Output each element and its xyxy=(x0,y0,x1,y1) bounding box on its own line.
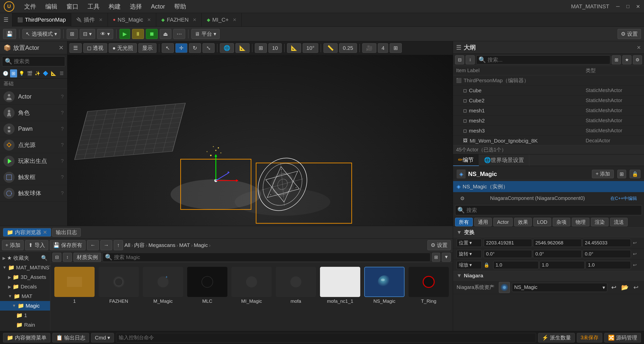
details-tab-world[interactable]: 🌐 世界场景设置 xyxy=(479,154,529,166)
actor-item-pawn[interactable]: Pawn ? xyxy=(0,121,67,137)
bc-magic[interactable]: Magic xyxy=(194,242,208,248)
col-item-label[interactable]: Item Label xyxy=(456,68,586,73)
asset-item-nsmagic[interactable]: NS_Magic xyxy=(364,267,405,304)
actor-item-triggerbox[interactable]: 触发框 ? xyxy=(0,169,67,185)
add-component-button[interactable]: + 添加 xyxy=(592,170,614,178)
tree-item-rain[interactable]: 📁 Rain xyxy=(0,320,50,330)
add-asset-button[interactable]: + 添加 xyxy=(2,240,24,250)
list-item[interactable]: ◻ Cube2 StaticMeshActor xyxy=(453,96,644,106)
close-button[interactable]: ✕ xyxy=(634,3,641,10)
tab-fazhen[interactable]: ◆ FAZHEN ✕ xyxy=(156,13,202,27)
tab-volumes[interactable]: 📐 xyxy=(50,69,57,77)
location-reset[interactable]: ↩ xyxy=(633,240,640,246)
asset-item[interactable]: FAZHEN xyxy=(99,267,139,304)
console-input[interactable] xyxy=(119,335,533,340)
instance-bar[interactable]: ◈ NS_Magic（实例） xyxy=(453,181,644,192)
filter-streaming[interactable]: 流送 xyxy=(610,218,628,226)
angle-size[interactable]: 10° xyxy=(303,43,318,53)
perspective-button[interactable]: ◻ 透视 xyxy=(83,43,107,53)
menu-file[interactable]: 文件 xyxy=(20,1,41,12)
rotation-z[interactable]: 0.0° xyxy=(583,250,631,258)
show-button[interactable]: 显示 xyxy=(138,43,156,53)
history-up[interactable]: ↑ xyxy=(114,240,123,250)
pause-button[interactable]: ⏸ xyxy=(132,29,144,39)
location-y[interactable]: 2546.962068 xyxy=(533,239,581,247)
rotation-x[interactable]: 0.0° xyxy=(484,250,532,258)
expand-button[interactable]: ⊞ xyxy=(617,170,626,178)
tab-fazhen-close[interactable]: ✕ xyxy=(193,17,196,23)
rotation-dropdown[interactable]: 旋转 ▾ xyxy=(457,250,482,258)
filter-general[interactable]: 通用 xyxy=(474,218,492,226)
list-item[interactable]: ◻ Cube StaticMeshActor xyxy=(453,85,644,96)
angle-snap[interactable]: 📐 xyxy=(287,43,301,53)
niagara-refresh-btn[interactable]: ↩ xyxy=(609,283,618,292)
content-sidebar-button[interactable]: 📁 内容侧滑菜单 xyxy=(3,333,50,342)
tab-shapes[interactable]: 🔷 xyxy=(42,69,49,77)
camera-speed[interactable]: 4 xyxy=(378,43,388,53)
tab-plugin[interactable]: 🔌 插件 ✕ xyxy=(71,13,108,27)
outliner-star-btn[interactable]: ★ xyxy=(622,55,631,64)
sort-btn[interactable]: ↕ xyxy=(63,253,72,262)
surface-snapping[interactable]: 📐 xyxy=(235,43,250,53)
scale-x[interactable]: 1.0 xyxy=(493,261,539,269)
platform-button[interactable]: 🖥 平台 ▾ xyxy=(191,29,220,39)
stop-button[interactable]: ⏹ xyxy=(146,29,158,39)
tab-mic-close[interactable]: ✕ xyxy=(233,17,236,23)
asset-item[interactable]: mofa_nc1_1 xyxy=(320,267,360,304)
tree-item-decals[interactable]: ▶ 📁 Decals xyxy=(0,282,50,291)
tab-all[interactable]: ☰ xyxy=(58,69,65,77)
transform-section-header[interactable]: ▼ 变换 xyxy=(453,227,644,237)
content-browser-tab[interactable]: 📁 内容浏览器 ✕ xyxy=(3,228,51,237)
menu-actor[interactable]: Actor xyxy=(146,2,170,12)
niagara-browse-btn[interactable]: 📂 xyxy=(620,283,629,292)
sidebar-toggle[interactable]: ☰ xyxy=(0,13,12,27)
content-settings-button[interactable]: ⚙ 设置 xyxy=(427,240,451,250)
world-local-toggle[interactable]: 🌐 xyxy=(220,43,234,53)
list-item[interactable]: ◻ mesh1 StaticMeshActor xyxy=(453,106,644,116)
settings-button[interactable]: ⚙ 设置 xyxy=(618,29,641,39)
camera-button[interactable]: 🎥 xyxy=(362,43,376,53)
bc-mat[interactable]: MAT xyxy=(179,242,190,248)
tab-fx[interactable]: ✨ xyxy=(34,69,41,77)
play-options-button[interactable]: ⋯ xyxy=(173,29,185,39)
filter-fx[interactable]: 效果 xyxy=(514,218,532,226)
output-log-button[interactable]: 📋 输出日志 xyxy=(52,333,89,342)
view-toggle-btn[interactable]: ⊞ xyxy=(432,253,440,262)
maximize-button[interactable]: □ xyxy=(624,3,631,10)
tree-item-favorites[interactable]: ▶ ★ 收藏夹 🔍 xyxy=(0,253,50,263)
filter-misc[interactable]: 杂项 xyxy=(553,218,570,226)
content-search-input[interactable] xyxy=(114,254,428,260)
scale-y[interactable]: 1.0 xyxy=(540,261,585,269)
tab-nsmagic-close[interactable]: ✕ xyxy=(147,17,151,23)
outliner-root[interactable]: ⬛ ThirdPersonMap（编辑器） xyxy=(453,75,644,85)
tab-plugin-close[interactable]: ✕ xyxy=(99,17,103,23)
rotation-reset[interactable]: ↩ xyxy=(633,251,640,257)
actor-item-playerstart[interactable]: 玩家出生点 ? xyxy=(0,153,67,169)
unlit-button[interactable]: ● 无光照 xyxy=(109,43,137,53)
actor-item-actor[interactable]: Actor ? xyxy=(0,89,67,105)
history-back[interactable]: ← xyxy=(87,240,99,250)
tab-recent[interactable]: 🕐 xyxy=(2,69,9,77)
output-log-tab[interactable]: 输出日志 xyxy=(52,228,81,237)
source-control-btn[interactable]: 🔀 源码管理 xyxy=(604,333,641,342)
list-item[interactable]: ◻ mesh2 StaticMeshActor xyxy=(453,116,644,126)
asset-item[interactable]: MLC xyxy=(187,267,227,304)
outliner-filter-btn[interactable]: ⊟ xyxy=(455,55,464,64)
menu-select[interactable]: 选择 xyxy=(125,1,146,12)
outliner-close[interactable]: ✕ xyxy=(637,45,641,51)
niagara-asset-dropdown[interactable]: NS_Magic ▾ xyxy=(512,283,607,292)
tab-lights[interactable]: 💡 xyxy=(18,69,25,77)
location-dropdown[interactable]: 位置 ▾ xyxy=(457,239,482,247)
tree-item-matmatinst[interactable]: ▼ 📁 MAT_MATINST xyxy=(0,263,50,272)
menu-window[interactable]: 窗口 xyxy=(62,1,83,12)
actor-item-pointlight[interactable]: 点光源 ? xyxy=(0,137,67,153)
tree-item-1[interactable]: 📁 1 xyxy=(0,311,50,320)
details-search-input[interactable] xyxy=(466,207,640,213)
details-tab-edit[interactable]: ✏ 编节 xyxy=(453,154,479,166)
eject-button[interactable]: ⏏ xyxy=(160,29,171,39)
sort-direction-btn[interactable]: ▼ xyxy=(442,253,451,262)
outliner-search-input[interactable] xyxy=(488,57,608,63)
save-count-btn[interactable]: 3未保存 xyxy=(577,333,602,342)
actor-search-bar[interactable]: 🔍 xyxy=(2,56,65,66)
save-all-button[interactable]: 💾 保存所有 xyxy=(50,240,86,250)
